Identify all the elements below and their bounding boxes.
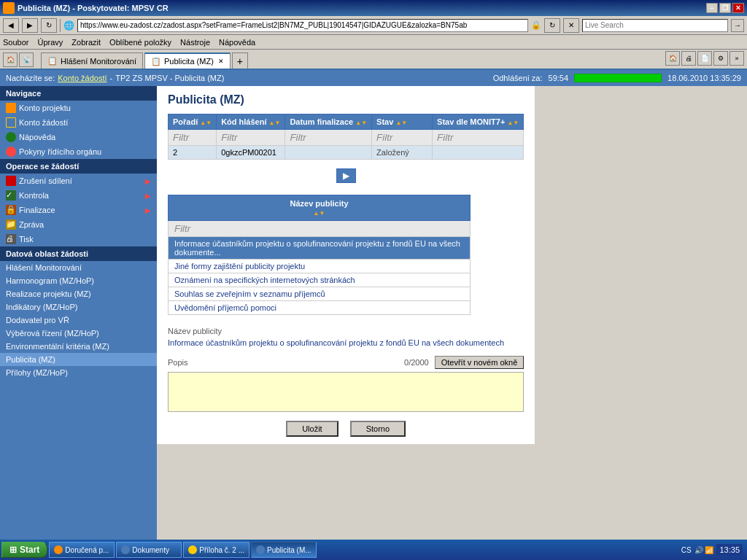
filter-kod[interactable] [217, 130, 285, 146]
sort-stav-monit[interactable]: ▲▼ [507, 120, 519, 126]
table-filter-row [169, 130, 524, 146]
publicity-item-0: Informace účastníkům projektu o spolufin… [169, 237, 471, 260]
th-datum: Datum finalizace ▲▼ [285, 114, 372, 130]
menu-upravy[interactable]: Úpravy [37, 38, 63, 47]
filter-datum[interactable] [285, 130, 372, 146]
sidebar-item-finalizace[interactable]: 🔒 Finalizace ▶ [0, 203, 157, 217]
tab-page-icon[interactable]: 📄 [697, 51, 712, 66]
sort-nazev[interactable]: ▲▼ [314, 210, 325, 217]
close-button[interactable]: ✕ [732, 3, 744, 13]
sidebar-item-enviro[interactable]: Environmentální kritéria (MZ) [0, 340, 157, 353]
menu-zobrazit[interactable]: Zobrazit [71, 38, 101, 47]
menu-soubor[interactable]: Soubor [3, 38, 28, 47]
sidebar-label-realizace: Realizace projektu (MZ) [6, 289, 91, 298]
sort-stav[interactable]: ▲▼ [395, 120, 407, 126]
sort-kod[interactable]: ▲▼ [269, 120, 281, 126]
sidebar-item-dodavatel[interactable]: Dodavatel pro VŘ [0, 314, 157, 327]
stop-button[interactable]: ✕ [563, 18, 579, 33]
tab-print-icon[interactable]: 🖨 [681, 51, 696, 66]
sidebar-item-tisk[interactable]: 🖨 Tisk [0, 232, 157, 246]
address-input[interactable] [77, 19, 528, 32]
start-button[interactable]: ⊞ Start [1, 542, 47, 558]
tab-home-icon[interactable]: 🏠 [665, 51, 680, 66]
taskbar-icon-2 [188, 545, 197, 554]
menu-napoveda[interactable]: Nápověda [219, 38, 255, 47]
cell-stav: Založený [372, 146, 433, 160]
sidebar: Navigace Konto projektu Konto žádostí Ná… [0, 86, 157, 540]
sort-datum[interactable]: ▲▼ [355, 120, 367, 126]
sidebar-item-publicita[interactable]: Publicita (MZ) [0, 353, 157, 366]
taskbar-items: Doručená p... Dokumenty Příloha č. 2 ...… [49, 542, 679, 558]
sidebar-item-indikatory[interactable]: Indikátory (MZ/HoP) [0, 300, 157, 314]
search-input[interactable] [582, 19, 728, 32]
th-stav-monit: Stav dle MONIT7+ ▲▼ [433, 114, 524, 130]
list-item[interactable]: Souhlas se zveřejním v seznamu příjemců [169, 287, 471, 301]
taskbar-item-2[interactable]: Příloha č. 2 ... [183, 542, 249, 558]
new-tab-button[interactable]: + [232, 52, 248, 69]
sidebar-item-zruseni[interactable]: Zrušení sdílení ▶ [0, 174, 157, 188]
tab-tools-icon[interactable]: ⚙ [713, 51, 728, 66]
open-window-button[interactable]: Otevřít v novém okně [435, 356, 525, 369]
window-title: Publicita (MZ) - Poskytovatel: MPSV CR [18, 4, 169, 12]
sidebar-item-kontrola[interactable]: ✓ Kontrola ▶ [0, 188, 157, 203]
taskbar-item-3[interactable]: Publicita (M... [251, 542, 317, 558]
refresh-button[interactable]: ↻ [41, 18, 57, 33]
submit-row: ▶ [168, 168, 524, 183]
tray-icons: 🔊 📶 [694, 546, 714, 554]
refresh-icon[interactable]: ↻ [544, 18, 560, 33]
back-button[interactable]: ◀ [3, 18, 19, 33]
app-icon [3, 2, 15, 14]
sort-poradi[interactable]: ▲▼ [200, 120, 212, 126]
list-item[interactable]: Oznámení na specifických internetových s… [169, 273, 471, 287]
project-icon [6, 103, 16, 113]
menu-oblibene[interactable]: Oblíbené položky [109, 38, 171, 47]
sidebar-item-vyberova[interactable]: Výběrová řízení (MZ/HoP) [0, 327, 157, 340]
cancel-button[interactable]: Storno [350, 421, 406, 437]
search-go-button[interactable]: → [731, 19, 744, 32]
sidebar-item-realizace[interactable]: Realizace projektu (MZ) [0, 287, 157, 300]
sidebar-label-tisk: Tisk [19, 235, 34, 244]
sidebar-item-napoveda[interactable]: Nápověda [0, 130, 157, 144]
tab-hlaseni[interactable]: 📋 Hlášení Monitorování [41, 52, 143, 69]
list-item[interactable]: Uvědomění příjemců pomoci [169, 301, 471, 315]
tisk-icon: 🖨 [6, 234, 16, 244]
logout-label: Odhlášení za: [493, 74, 543, 82]
tab-close-button[interactable]: ✕ [218, 58, 224, 65]
taskbar: ⊞ Start Doručená p... Dokumenty Příloha … [0, 540, 747, 560]
restore-button[interactable]: ❐ [719, 3, 731, 13]
list-item[interactable]: Informace účastníkům projektu o spolufin… [169, 237, 471, 260]
submit-button[interactable]: ▶ [336, 168, 356, 183]
sidebar-item-hlaseni-mon[interactable]: Hlášení Monitorování [0, 261, 157, 274]
th-nazev-publicity: Název publicity ▲▼ [169, 195, 471, 221]
sidebar-item-zprava[interactable]: 📁 Zpráva [0, 217, 157, 232]
sidebar-item-harmonogram[interactable]: Harmonogram (MZ/HoP) [0, 274, 157, 287]
tab-extra-icon[interactable]: » [729, 51, 744, 66]
tab-publicita[interactable]: 📋 Publicita (MZ) ✕ [144, 52, 231, 69]
sidebar-item-konto-projektu[interactable]: Konto projektu [0, 101, 157, 115]
sidebar-item-pokyny[interactable]: Pokyny řídícího orgánu [0, 144, 157, 159]
main-data-table: Pořadí ▲▼ Kód hlášení ▲▼ Datum finalizac… [168, 114, 524, 160]
sidebar-item-prilohy[interactable]: Přílohy (MZ/HoP) [0, 366, 157, 379]
tab-publicita-label: Publicita (MZ) [164, 57, 214, 66]
filter-stav[interactable] [372, 130, 433, 146]
minimize-button[interactable]: − [706, 3, 718, 13]
filter-poradi[interactable] [169, 130, 217, 146]
sidebar-item-konto-zadosti[interactable]: Konto žádostí [0, 115, 157, 130]
publicity-filter[interactable] [169, 221, 471, 237]
finalizace-arrow: ▶ [145, 206, 151, 214]
filter-stav-monit[interactable] [433, 130, 524, 146]
menu-nastroje[interactable]: Nástroje [180, 38, 210, 47]
forward-button[interactable]: ▶ [22, 18, 38, 33]
taskbar-item-0[interactable]: Doručená p... [49, 542, 115, 558]
feeds-button[interactable]: 📡 [19, 52, 34, 67]
tab-publicita-icon: 📋 [151, 57, 161, 66]
taskbar-item-1[interactable]: Dokumenty [116, 542, 182, 558]
home-button[interactable]: 🏠 [3, 52, 18, 67]
save-button[interactable]: Uložit [286, 421, 338, 437]
breadcrumb-konto-zadosti[interactable]: Konto žádostí [58, 74, 107, 82]
list-item[interactable]: Jiné formy zajištění publicity projektu [169, 260, 471, 273]
taskbar-label-0: Doručená p... [65, 546, 109, 554]
table-row[interactable]: 2 0gkzcPM00201 Založený [169, 146, 524, 160]
zadost-icon [6, 117, 16, 128]
popis-textarea[interactable] [168, 372, 524, 412]
